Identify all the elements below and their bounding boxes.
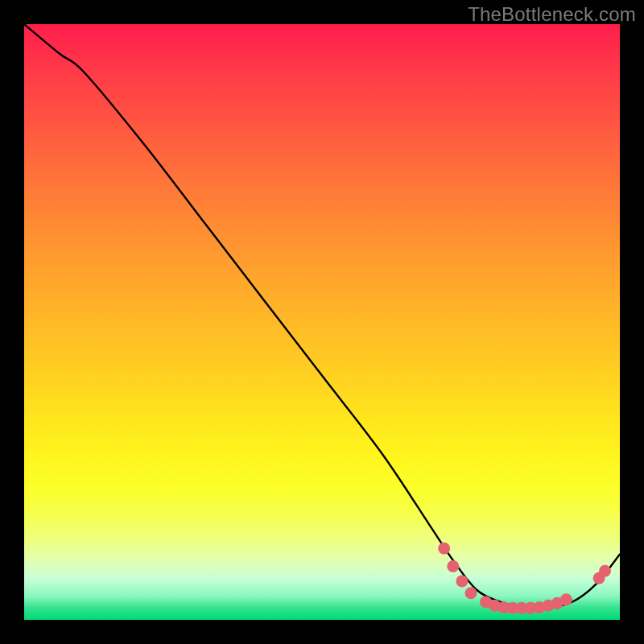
curve-marker bbox=[465, 587, 477, 599]
curve-marker bbox=[456, 575, 468, 587]
chart-frame: TheBottleneck.com bbox=[0, 0, 644, 644]
curve-marker bbox=[560, 593, 572, 605]
curve-marker bbox=[438, 543, 450, 555]
curve-line bbox=[24, 24, 620, 609]
curve-marker bbox=[447, 560, 459, 572]
curve-markers bbox=[438, 543, 611, 614]
curve-marker bbox=[599, 565, 611, 577]
watermark-text: TheBottleneck.com bbox=[468, 3, 636, 26]
chart-svg bbox=[24, 24, 620, 620]
